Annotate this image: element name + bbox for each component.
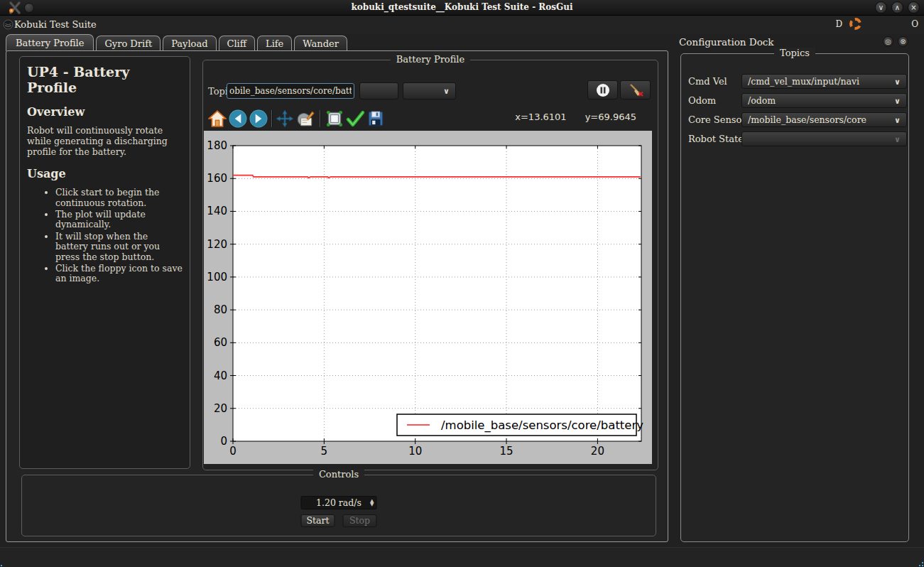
- dock-close-icon[interactable]: ⊗: [898, 36, 908, 47]
- dock-title: Configuration Dock: [679, 36, 774, 48]
- topics-group-title: Topics: [774, 48, 815, 58]
- speed-spinbox[interactable]: 1.20 rad/s ▲▼: [301, 496, 377, 509]
- svg-text:15: 15: [499, 445, 513, 458]
- tab-cliff[interactable]: Cliff: [219, 36, 256, 51]
- tab-life[interactable]: Life: [257, 36, 292, 51]
- svg-text:60: 60: [214, 336, 227, 349]
- robot-state-combo[interactable]: ∨: [741, 131, 907, 146]
- cursor-coordinates: x=13.6101 y=69.9645: [515, 112, 636, 122]
- overview-heading: Overview: [27, 105, 183, 119]
- tab-wander[interactable]: Wander: [294, 36, 347, 51]
- speed-value: 1.20 rad/s: [316, 497, 362, 508]
- pause-icon: [596, 83, 610, 97]
- menu-right-d: D: [836, 19, 843, 29]
- svg-text:120: 120: [207, 238, 227, 251]
- app-menu-label[interactable]: Kobuki Test Suite: [14, 19, 97, 30]
- core-sensors-combo[interactable]: /mobile_base/sensors/core ∨: [741, 112, 907, 127]
- resize-grip[interactable]: [1, 562, 5, 566]
- start-button[interactable]: Start: [301, 514, 335, 527]
- battery-group-title: Battery Profile: [391, 54, 470, 65]
- svg-text:40: 40: [214, 369, 227, 382]
- plot-legend: /mobile_base/sensors/core/battery: [397, 414, 643, 436]
- info-panel: UP4 - Battery Profile Overview Robot wil…: [19, 56, 190, 469]
- home-icon[interactable]: [208, 109, 227, 128]
- page-title: UP4 - Battery Profile: [27, 64, 183, 95]
- clear-button[interactable]: [620, 80, 651, 99]
- svg-text:5: 5: [321, 445, 328, 458]
- controls-group-title: Controls: [313, 469, 364, 480]
- customize-icon[interactable]: [346, 109, 364, 128]
- kobuki-logo-icon: [3, 19, 13, 30]
- tab-battery-profile[interactable]: Battery Profile: [6, 34, 94, 51]
- svg-text:100: 100: [207, 271, 227, 284]
- menu-right-o: O: [911, 19, 918, 29]
- usage-item: Click start to begin the continuous rota…: [55, 188, 183, 208]
- battery-plot[interactable]: 05101520020406080100120140160180/mobile_…: [204, 131, 652, 464]
- chevron-down-icon: ∨: [443, 87, 450, 96]
- back-icon[interactable]: [229, 109, 247, 128]
- configure-subplots-icon[interactable]: [325, 109, 344, 128]
- cursor-x: x=13.6101: [515, 112, 566, 122]
- configuration-dock: Configuration Dock ◎ ⊗ Topics Cmd Vel /c…: [675, 34, 913, 542]
- resize-grip[interactable]: [919, 562, 923, 566]
- svg-text:0: 0: [229, 445, 237, 458]
- menu-bar: Kobuki Test Suite D O: [0, 16, 924, 34]
- pause-button[interactable]: [587, 80, 618, 99]
- svg-text:160: 160: [207, 172, 227, 185]
- toolbar-separator: [271, 110, 272, 127]
- cursor-y: y=69.9645: [585, 112, 636, 122]
- forward-icon[interactable]: [249, 109, 268, 128]
- close-icon[interactable]: ×: [908, 1, 920, 14]
- tab-gyro-drift[interactable]: Gyro Drift: [96, 36, 161, 51]
- usage-item: The plot will update dynamically.: [55, 210, 183, 230]
- minimize-icon[interactable]: ∨: [875, 1, 887, 14]
- broom-icon: [627, 82, 644, 98]
- svg-text:80: 80: [214, 303, 227, 316]
- status-bar: [0, 547, 924, 567]
- app-window: kobuki_qtestsuite__Kobuki Test Suite - R…: [0, 0, 924, 567]
- svg-text:/mobile_base/sensors/core/batt: /mobile_base/sensors/core/battery: [441, 418, 643, 433]
- save-icon[interactable]: [366, 109, 385, 128]
- usage-list: Click start to begin the continuous rota…: [55, 188, 183, 284]
- topic-input[interactable]: [227, 83, 354, 99]
- stop-button[interactable]: Stop: [343, 514, 377, 527]
- svg-text:10: 10: [408, 445, 422, 458]
- topics-group: Topics Cmd Vel /cmd_vel_mux/input/navi ∨…: [680, 53, 909, 542]
- maximize-icon[interactable]: ∧: [891, 1, 903, 14]
- usage-item: Click the floppy icon to save an image.: [55, 264, 183, 284]
- robot-state-label: Robot State: [688, 134, 744, 144]
- controls-group: Controls 1.20 rad/s ▲▼ Start Stop: [21, 475, 656, 536]
- cmd-vel-combo[interactable]: /cmd_vel_mux/input/navi ∨: [741, 74, 907, 89]
- pan-icon[interactable]: [276, 109, 294, 128]
- toolbar-separator: [320, 110, 320, 127]
- usage-item: It will stop when the battery runs out o…: [55, 232, 183, 262]
- chevron-down-icon: ∨: [894, 75, 901, 87]
- topic-extra-button[interactable]: [359, 82, 398, 99]
- overview-text: Robot will continuously rotate while gen…: [27, 126, 183, 157]
- battery-profile-group: Battery Profile Topic ∨: [202, 60, 658, 470]
- svg-text:20: 20: [591, 445, 604, 458]
- svg-text:20: 20: [214, 402, 227, 415]
- window-title: kobuki_qtestsuite__Kobuki Test Suite - R…: [0, 2, 924, 12]
- battery-plot-canvas[interactable]: 05101520020406080100120140160180/mobile_…: [204, 131, 652, 464]
- chevron-down-icon: ∨: [894, 133, 901, 145]
- svg-text:180: 180: [207, 139, 227, 152]
- spinner-arrows-icon[interactable]: ▲▼: [370, 497, 374, 509]
- tab-payload[interactable]: Payload: [163, 36, 216, 51]
- topic-combo[interactable]: ∨: [403, 82, 456, 99]
- tab-bar: Battery ProfileGyro DriftPayloadCliffLif…: [6, 34, 349, 51]
- svg-text:0: 0: [220, 435, 227, 448]
- cmd-vel-label: Cmd Vel: [688, 76, 727, 87]
- dock-float-icon[interactable]: ◎: [883, 36, 893, 47]
- zoom-to-rect-icon[interactable]: [296, 109, 315, 128]
- chevron-down-icon: ∨: [894, 114, 901, 126]
- usage-heading: Usage: [27, 167, 183, 180]
- title-bar[interactable]: kobuki_qtestsuite__Kobuki Test Suite - R…: [0, 0, 924, 16]
- odom-label: Odom: [688, 95, 716, 106]
- chevron-down-icon: ∨: [894, 94, 901, 107]
- ros-spinner-icon: [849, 18, 862, 30]
- odom-combo[interactable]: /odom ∨: [741, 93, 907, 108]
- svg-text:140: 140: [207, 205, 227, 217]
